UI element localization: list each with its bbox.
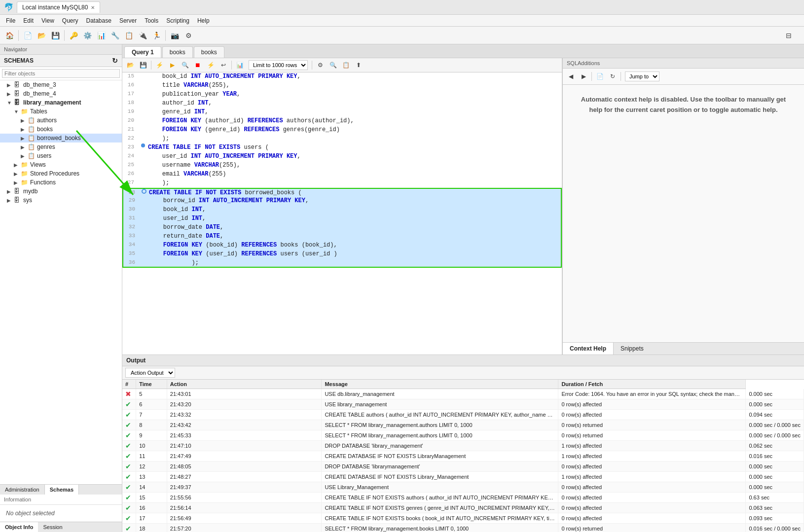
query-tab-books-2[interactable]: books bbox=[194, 46, 224, 58]
menu-view[interactable]: View bbox=[37, 16, 58, 25]
toolbar-btn8[interactable]: 📷 bbox=[168, 29, 181, 42]
code-line-31[interactable]: 31 user_id INT, bbox=[122, 214, 562, 223]
table-authors[interactable]: ▶ 📋 authors bbox=[0, 116, 122, 125]
code-line-33[interactable]: 33 return_date DATE, bbox=[122, 232, 562, 241]
code-line-35[interactable]: 35 FOREIGN KEY (user_id) REFERENCES user… bbox=[122, 250, 562, 259]
limit-select[interactable]: Limit to 1000 rows No Limit Limit to 200… bbox=[249, 60, 308, 70]
table-row[interactable]: ✔821:43:42SELECT * FROM library_manageme… bbox=[122, 420, 804, 430]
sql-refresh-btn[interactable]: ↻ bbox=[607, 71, 619, 82]
toolbar-btn5[interactable]: 📋 bbox=[122, 29, 135, 42]
table-row[interactable]: ✔1721:56:49CREATE TABLE IF NOT EXISTS bo… bbox=[122, 513, 804, 524]
ed-find[interactable]: 🔍 bbox=[179, 59, 191, 71]
code-editor[interactable]: 15 book_id INT AUTO_INCREMENT PRIMARY KE… bbox=[122, 72, 562, 355]
toolbar-btn4[interactable]: 🔧 bbox=[109, 29, 121, 42]
tab-object-info[interactable]: Object Info bbox=[0, 522, 38, 532]
ed-open[interactable]: 📂 bbox=[124, 59, 136, 71]
menu-server[interactable]: Server bbox=[115, 16, 141, 25]
code-line-20[interactable]: 20 FOREIGN KEY (author_id) REFERENCES au… bbox=[122, 117, 562, 126]
sql-jump-to[interactable]: Jump to bbox=[625, 71, 659, 81]
app-tab[interactable]: Local instance MySQL80 ✕ bbox=[17, 1, 100, 13]
table-row[interactable]: ✔1621:56:14CREATE TABLE IF NOT EXISTS ge… bbox=[122, 503, 804, 513]
code-line-16[interactable]: 16 title VARCHAR(255), bbox=[122, 81, 562, 90]
toolbar-layout-btn[interactable]: ⊟ bbox=[776, 29, 801, 42]
query-tab-books-1[interactable]: books bbox=[162, 46, 193, 58]
sql-prev-btn[interactable]: ◀ bbox=[565, 71, 577, 82]
toolbar-btn7[interactable]: 🏃 bbox=[150, 29, 163, 42]
code-line-21[interactable]: 21 FOREIGN KEY (genre_id) REFERENCES gen… bbox=[122, 126, 562, 135]
table-row[interactable]: ✖521:43:01USE db.library_managementError… bbox=[122, 389, 804, 399]
folder-functions[interactable]: ▶ 📁 Functions bbox=[0, 178, 122, 187]
code-line-30[interactable]: 30 book_id INT, bbox=[122, 206, 562, 214]
tab-administration[interactable]: Administration bbox=[0, 485, 45, 495]
table-users[interactable]: ▶ 📋 users bbox=[0, 151, 122, 160]
schemas-refresh-icon[interactable]: ↻ bbox=[112, 57, 118, 65]
toolbar-btn3[interactable]: 📊 bbox=[95, 29, 108, 42]
menu-query[interactable]: Query bbox=[58, 16, 82, 25]
folder-tables[interactable]: ▼ 📁 Tables bbox=[0, 107, 122, 116]
toolbar-btn2[interactable]: ⚙️ bbox=[81, 29, 94, 42]
toolbar-new-query[interactable]: 📄 bbox=[21, 29, 34, 42]
code-line-32[interactable]: 32 borrow_date DATE, bbox=[122, 223, 562, 232]
schema-db-theme-3[interactable]: ▶ 🗄 db_theme_3 bbox=[0, 80, 122, 89]
ed-btn-extra4[interactable]: ⬆ bbox=[353, 59, 365, 71]
table-row[interactable]: ✔1521:55:56CREATE TABLE IF NOT EXISTS au… bbox=[122, 493, 804, 503]
menu-database[interactable]: Database bbox=[82, 16, 115, 25]
output-table[interactable]: # Time Action Message Duration / Fetch ✖… bbox=[122, 380, 804, 532]
code-line-23[interactable]: 23CREATE TABLE IF NOT EXISTS users ( bbox=[122, 143, 562, 152]
toolbar-new-connection[interactable]: 🏠 bbox=[3, 29, 16, 42]
filter-input[interactable] bbox=[2, 69, 120, 78]
ed-save[interactable]: 💾 bbox=[137, 59, 149, 71]
ed-btn-extra2[interactable]: 🔍 bbox=[327, 59, 339, 71]
toolbar-save[interactable]: 💾 bbox=[49, 29, 62, 42]
table-row[interactable]: ✔621:43:20USE library_management0 row(s)… bbox=[122, 399, 804, 410]
close-icon[interactable]: ✕ bbox=[91, 5, 95, 10]
code-line-29[interactable]: 29 borrow_id INT AUTO_INCREMENT PRIMARY … bbox=[122, 197, 562, 206]
code-line-24[interactable]: 24 user_id INT AUTO_INCREMENT PRIMARY KE… bbox=[122, 152, 562, 161]
sql-help-btn[interactable]: 📄 bbox=[594, 71, 606, 82]
folder-views[interactable]: ▶ 📁 Views bbox=[0, 160, 122, 169]
table-row[interactable]: ✔921:45:33SELECT * FROM library_manageme… bbox=[122, 430, 804, 441]
table-row[interactable]: ✔1821:57:20SELECT * FROM library_managem… bbox=[122, 524, 804, 532]
folder-stored-procedures[interactable]: ▶ 📁 Stored Procedures bbox=[0, 169, 122, 178]
code-line-15[interactable]: 15 book_id INT AUTO_INCREMENT PRIMARY KE… bbox=[122, 72, 562, 81]
tab-snippets[interactable]: Snippets bbox=[614, 343, 651, 355]
code-line-28[interactable]: 28CREATE TABLE IF NOT EXISTS borrowed_bo… bbox=[122, 188, 562, 197]
ed-btn-extra1[interactable]: ⚙ bbox=[314, 59, 326, 71]
toolbar-btn1[interactable]: 🔑 bbox=[67, 29, 80, 42]
schema-mydb[interactable]: ▶ 🗄 mydb bbox=[0, 187, 122, 196]
code-line-25[interactable]: 25 username VARCHAR(255), bbox=[122, 161, 562, 170]
table-row[interactable]: ✔1421:49:37USE Library_Management0 row(s… bbox=[122, 482, 804, 493]
ed-rollback[interactable]: ↩ bbox=[218, 59, 229, 71]
code-line-19[interactable]: 19 genre_id INT, bbox=[122, 108, 562, 117]
table-genres[interactable]: ▶ 📋 genres bbox=[0, 142, 122, 151]
tab-schemas[interactable]: Schemas bbox=[45, 485, 79, 495]
tab-context-help[interactable]: Context Help bbox=[563, 343, 614, 355]
menu-help[interactable]: Help bbox=[193, 16, 214, 25]
table-books[interactable]: ▶ 📋 books bbox=[0, 125, 122, 134]
schema-sys[interactable]: ▶ 🗄 sys bbox=[0, 196, 122, 205]
sql-next-btn[interactable]: ▶ bbox=[578, 71, 589, 82]
ed-btn-extra3[interactable]: 📋 bbox=[340, 59, 352, 71]
menu-tools[interactable]: Tools bbox=[141, 16, 162, 25]
code-line-17[interactable]: 17 publication_year YEAR, bbox=[122, 90, 562, 99]
table-row[interactable]: ✔1121:47:49CREATE DATABASE IF NOT EXISTS… bbox=[122, 451, 804, 461]
schema-db-theme-4[interactable]: ▶ 🗄 db_theme_4 bbox=[0, 89, 122, 98]
query-tab-1[interactable]: Query 1 bbox=[124, 46, 161, 58]
ed-run[interactable]: ⚡ bbox=[153, 59, 165, 71]
code-line-22[interactable]: 22 ); bbox=[122, 135, 562, 143]
menu-edit[interactable]: Edit bbox=[19, 16, 37, 25]
toolbar-open[interactable]: 📂 bbox=[35, 29, 48, 42]
schema-library-management[interactable]: ▼ 🗄 library_management bbox=[0, 98, 122, 107]
table-row[interactable]: ✔1021:47:10DROP DATABASE 'library_manage… bbox=[122, 441, 804, 451]
code-line-27[interactable]: 27 ); bbox=[122, 179, 562, 188]
toolbar-settings[interactable]: ⚙ bbox=[182, 29, 195, 42]
menu-file[interactable]: File bbox=[2, 16, 19, 25]
action-output-dropdown[interactable]: Action Output bbox=[125, 368, 175, 378]
table-row[interactable]: ✔1321:48:27CREATE DATABASE IF NOT EXISTS… bbox=[122, 472, 804, 482]
ed-commit[interactable]: ⚡ bbox=[205, 59, 217, 71]
code-line-36[interactable]: 36 ); bbox=[122, 259, 562, 268]
ed-toggle-result[interactable]: 📊 bbox=[234, 59, 246, 71]
tab-session[interactable]: Session bbox=[38, 522, 67, 532]
table-borrowed-books[interactable]: ▶ 📋 borrowed_books bbox=[0, 134, 122, 142]
ed-stop[interactable]: ⏹ bbox=[192, 59, 204, 71]
